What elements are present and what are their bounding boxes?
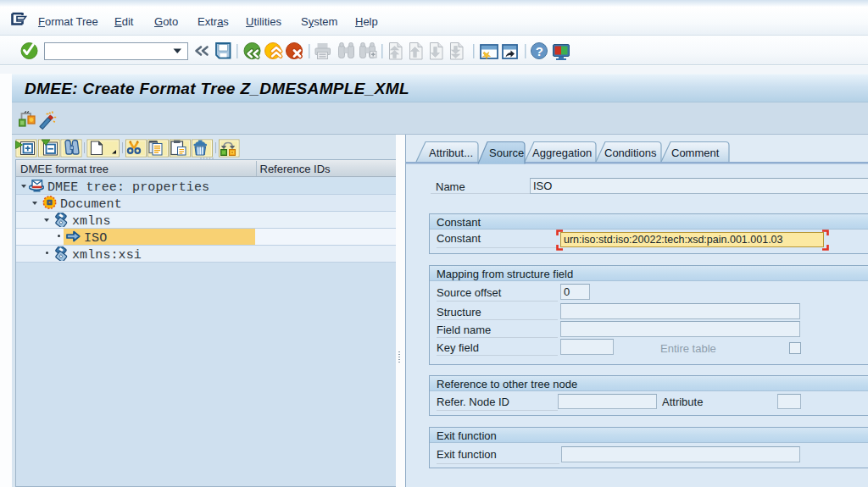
svg-text:Comment: Comment (671, 147, 720, 159)
svg-text:Aggregation: Aggregation (532, 147, 592, 159)
svg-text:?: ? (536, 44, 543, 58)
svg-text:Conditions: Conditions (604, 147, 657, 159)
svg-text:Source: Source (489, 147, 524, 159)
svg-text:Attribut...: Attribut... (429, 147, 473, 159)
